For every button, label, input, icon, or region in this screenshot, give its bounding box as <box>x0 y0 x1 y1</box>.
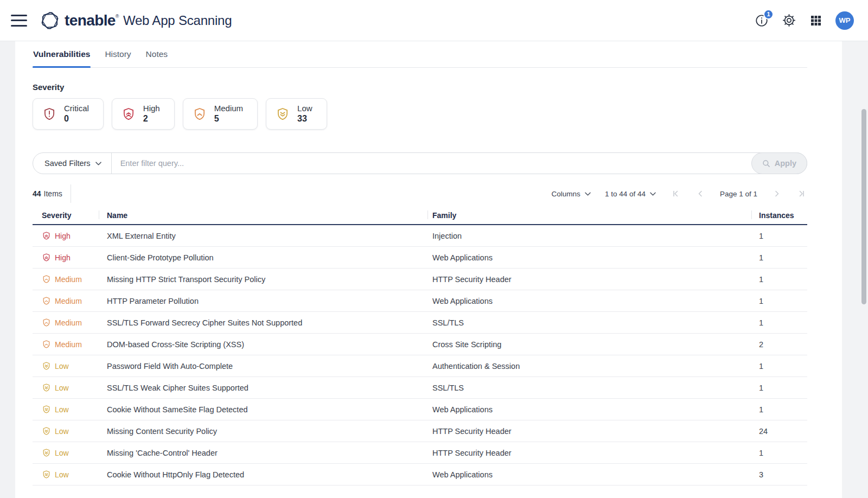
severity-badge: Low <box>42 470 99 479</box>
high-shield-icon <box>122 107 136 121</box>
vulnerability-name: Client-Side Prototype Pollution <box>99 253 427 262</box>
severity-card-label: Low <box>297 104 312 114</box>
vulnerability-family: Authentication & Session <box>427 362 751 371</box>
severity-label: Medium <box>55 297 82 305</box>
instance-count: 1 <box>751 384 807 392</box>
instance-count: 1 <box>751 449 807 457</box>
severity-label: Low <box>55 427 69 436</box>
apply-filter-button[interactable]: Apply <box>751 152 807 174</box>
columns-dropdown[interactable]: Columns <box>552 190 591 198</box>
settings-gear-icon[interactable] <box>781 13 796 28</box>
severity-label: Medium <box>55 318 82 327</box>
vulnerability-family: Injection <box>427 232 751 240</box>
vulnerability-name: DOM-based Cross-Site Scripting (XSS) <box>99 340 427 349</box>
user-avatar[interactable]: WP <box>835 11 854 30</box>
low-shield-icon <box>276 107 290 121</box>
notifications-icon[interactable]: 1 <box>754 13 769 28</box>
vulnerability-name: Missing Content Security Policy <box>99 427 427 436</box>
severity-label: Low <box>55 449 69 457</box>
severity-badge: Low <box>42 448 99 457</box>
column-header-instances[interactable]: Instances <box>751 207 807 224</box>
low-shield-icon <box>42 383 51 392</box>
severity-badge: Low <box>42 405 99 414</box>
severity-card-critical[interactable]: Critical0 <box>33 98 104 130</box>
severity-card-value: 2 <box>143 113 160 124</box>
table-row[interactable]: LowMissing Content Security PolicyHTTP S… <box>33 420 807 442</box>
previous-page-icon[interactable] <box>695 189 706 198</box>
tab-vulnerabilities[interactable]: Vulnerabilities <box>33 41 91 67</box>
vulnerability-name: SSL/TLS Forward Secrecy Cipher Suites No… <box>99 318 427 327</box>
severity-label: Medium <box>55 340 82 349</box>
chevron-down-icon <box>650 192 656 196</box>
severity-label: Medium <box>55 275 82 284</box>
low-shield-icon <box>42 405 51 414</box>
last-page-icon[interactable] <box>796 189 807 198</box>
medium-shield-icon <box>42 318 51 327</box>
table-row[interactable]: LowCookie Without SameSite Flag Detected… <box>33 399 807 420</box>
instance-count: 1 <box>751 405 807 414</box>
severity-card-label: Critical <box>64 104 89 114</box>
instance-count: 1 <box>751 318 807 327</box>
table-row[interactable]: HighXML External EntityInjection1 <box>33 225 807 247</box>
scrollbar-track <box>842 41 868 498</box>
table-row[interactable]: HighClient-Side Prototype PollutionWeb A… <box>33 247 807 269</box>
severity-label: High <box>55 232 71 240</box>
vulnerability-name: SSL/TLS Weak Cipher Suites Supported <box>99 384 427 392</box>
table-header-row: Severity Name Family Instances <box>33 207 807 225</box>
table-row[interactable]: MediumMissing HTTP Strict Transport Secu… <box>33 269 807 290</box>
page-background: Vulnerabilities History Notes Severity C… <box>0 41 868 498</box>
header-left: tenable® Web App Scanning <box>11 11 232 30</box>
table-row[interactable]: LowCookie Without HttpOnly Flag Detected… <box>33 464 807 486</box>
severity-card-high[interactable]: High2 <box>112 98 175 130</box>
next-page-icon[interactable] <box>771 189 782 198</box>
low-shield-icon <box>42 361 51 371</box>
content-panel: Vulnerabilities History Notes Severity C… <box>15 41 842 498</box>
severity-badge: Low <box>42 383 99 392</box>
first-page-icon[interactable] <box>670 189 681 198</box>
vertical-scrollbar[interactable] <box>861 109 866 304</box>
rows-range-dropdown[interactable]: 1 to 44 of 44 <box>605 190 656 198</box>
severity-card-medium[interactable]: Medium5 <box>183 98 258 130</box>
table-row[interactable]: MediumDOM-based Cross-Site Scripting (XS… <box>33 334 807 355</box>
high-shield-icon <box>42 253 51 262</box>
tab-bar: Vulnerabilities History Notes <box>33 41 807 68</box>
table-row[interactable]: LowMissing 'Cache-Control' HeaderHTTP Se… <box>33 442 807 464</box>
medium-shield-icon <box>42 296 51 305</box>
vulnerability-family: HTTP Security Header <box>427 427 751 436</box>
tab-history[interactable]: History <box>104 41 131 67</box>
app-header: tenable® Web App Scanning 1 <box>0 0 868 41</box>
instance-count: 1 <box>751 275 807 284</box>
instance-count: 1 <box>751 253 807 262</box>
severity-badge: Medium <box>42 318 99 327</box>
column-header-name[interactable]: Name <box>99 207 427 224</box>
table-row[interactable]: MediumHTTP Parameter PollutionWeb Applic… <box>33 290 807 312</box>
toolbar-divider <box>71 184 71 203</box>
filter-query-input[interactable] <box>112 153 751 174</box>
severity-card-value: 5 <box>214 113 243 124</box>
severity-card-label: Medium <box>214 104 243 114</box>
column-header-family[interactable]: Family <box>427 207 751 224</box>
tab-notes[interactable]: Notes <box>145 41 169 67</box>
severity-label: Low <box>55 362 69 371</box>
severity-card-value: 33 <box>297 113 312 124</box>
page-indicator: Page 1 of 1 <box>720 190 757 198</box>
severity-card-low[interactable]: Low33 <box>266 98 327 130</box>
table-row[interactable]: LowPassword Field With Auto-CompleteAuth… <box>33 355 807 377</box>
severity-label: High <box>55 253 71 262</box>
table-row[interactable]: MediumSSL/TLS Forward Secrecy Cipher Sui… <box>33 312 807 334</box>
app-grid-icon[interactable] <box>808 13 824 28</box>
vulnerability-family: Web Applications <box>427 253 751 262</box>
column-header-severity[interactable]: Severity <box>33 207 99 224</box>
hamburger-menu-icon[interactable] <box>11 15 27 27</box>
vulnerability-name: HTTP Parameter Pollution <box>99 297 427 305</box>
severity-card-label: High <box>143 104 160 114</box>
instance-count: 2 <box>751 340 807 349</box>
table-row[interactable]: LowSSL/TLS Weak Cipher Suites SupportedS… <box>33 377 807 399</box>
vulnerability-name: Missing 'Cache-Control' Header <box>99 449 427 457</box>
vulnerability-name: XML External Entity <box>99 232 427 240</box>
medium-shield-icon <box>42 274 51 284</box>
vulnerability-family: SSL/TLS <box>427 384 751 392</box>
vulnerability-family: Web Applications <box>427 297 751 305</box>
severity-label: Low <box>55 384 69 392</box>
saved-filters-dropdown[interactable]: Saved Filters <box>33 153 112 174</box>
